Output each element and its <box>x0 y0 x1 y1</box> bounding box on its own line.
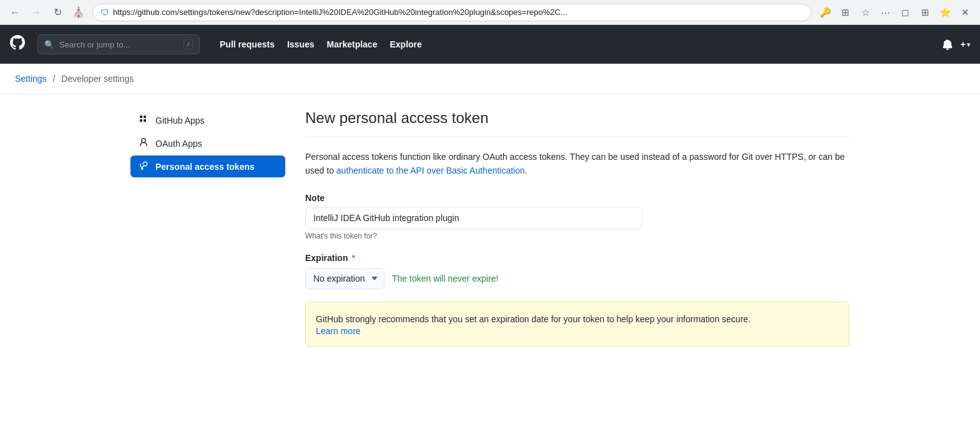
favorites-button[interactable]: ⭐ <box>936 4 954 21</box>
nav-pull-requests[interactable]: Pull requests <box>215 36 280 53</box>
note-sublabel: What's this token for? <box>305 232 850 240</box>
expiration-row: No expiration 30 days 60 days 90 days Cu… <box>305 268 850 289</box>
api-auth-link[interactable]: authenticate to the API over Basic Authe… <box>336 165 525 175</box>
warning-text-content: GitHub strongly recommends that you set … <box>316 314 750 324</box>
github-apps-icon <box>138 114 149 126</box>
security-icon: 🛡 <box>100 7 109 17</box>
github-navbar: 🔍 Search or jump to... / Pull requests I… <box>0 25 980 64</box>
sidebar: GitHub Apps OAuth Apps Personal access t… <box>130 109 305 347</box>
search-kbd: / <box>184 39 193 49</box>
breadcrumb-separator: / <box>52 74 55 84</box>
translate-icon-button[interactable]: ⊞ <box>836 4 854 21</box>
key-icon-button[interactable]: 🔑 <box>816 4 834 21</box>
navbar-right: + ▾ <box>942 39 970 50</box>
forward-button[interactable]: → <box>27 4 45 21</box>
sidebar-item-github-apps[interactable]: GitHub Apps <box>130 109 285 131</box>
note-form-group: Note What's this token for? <box>305 193 850 240</box>
apps-button[interactable]: ⊞ <box>916 4 934 21</box>
main-content: New personal access token Personal acces… <box>305 109 850 347</box>
tab-preview-button[interactable]: ◻ <box>896 4 914 21</box>
sidebar-github-apps-label: GitHub Apps <box>155 116 205 126</box>
expiration-label: Expiration <box>305 253 348 263</box>
nav-marketplace[interactable]: Marketplace <box>322 36 383 53</box>
required-indicator: * <box>351 253 355 263</box>
more-actions-button[interactable]: ⋯ <box>876 4 894 21</box>
page-title: New personal access token <box>305 109 850 127</box>
nav-links: Pull requests Issues Marketplace Explore <box>215 36 427 53</box>
home-button[interactable]: ⛪ <box>70 4 87 21</box>
browser-nav-buttons: ← → ↻ ⛪ <box>6 4 87 21</box>
expiration-note: The token will never expire! <box>392 274 498 284</box>
browser-chrome: ← → ↻ ⛪ 🛡 https://github.com/settings/to… <box>0 0 980 25</box>
sidebar-item-personal-access-tokens[interactable]: Personal access tokens <box>130 155 285 177</box>
plus-chevron-icon: ▾ <box>967 41 970 48</box>
breadcrumb: Settings / Developer settings <box>0 64 980 94</box>
bookmark-icon-button[interactable]: ☆ <box>856 4 874 21</box>
title-divider <box>305 137 850 137</box>
close-button[interactable]: ✕ <box>956 4 974 21</box>
description-paragraph: Personal access tokens function like ord… <box>305 150 850 178</box>
notification-bell-icon[interactable] <box>942 39 953 50</box>
personal-access-tokens-icon <box>138 160 149 172</box>
note-input[interactable] <box>305 207 642 229</box>
description-text-after-link: . <box>525 165 527 175</box>
note-label: Note <box>305 193 850 203</box>
search-placeholder: Search or jump to... <box>59 40 130 49</box>
expiration-label-row: Expiration * <box>305 253 850 263</box>
new-item-button[interactable]: + ▾ <box>961 39 970 49</box>
plus-label: + <box>961 39 966 49</box>
sidebar-oauth-apps-label: OAuth Apps <box>155 139 202 149</box>
breadcrumb-settings-link[interactable]: Settings <box>15 74 47 84</box>
nav-issues[interactable]: Issues <box>282 36 320 53</box>
search-bar[interactable]: 🔍 Search or jump to... / <box>37 34 200 54</box>
search-icon: 🔍 <box>44 40 54 49</box>
expiration-select[interactable]: No expiration 30 days 60 days 90 days Cu… <box>305 268 385 289</box>
oauth-apps-icon <box>138 137 149 149</box>
sidebar-personal-tokens-label: Personal access tokens <box>155 162 255 172</box>
warning-text: GitHub strongly recommends that you set … <box>316 312 839 326</box>
address-bar[interactable]: 🛡 https://github.com/settings/tokens/new… <box>92 4 811 21</box>
sidebar-item-oauth-apps[interactable]: OAuth Apps <box>130 132 285 154</box>
expiration-form-group: Expiration * No expiration 30 days 60 da… <box>305 253 850 289</box>
url-text: https://github.com/settings/tokens/new?d… <box>113 7 803 17</box>
learn-more-link[interactable]: Learn more <box>316 326 361 336</box>
reload-button[interactable]: ↻ <box>49 4 66 21</box>
warning-box: GitHub strongly recommends that you set … <box>305 302 850 347</box>
github-logo[interactable] <box>10 34 25 54</box>
browser-actions: 🔑 ⊞ ☆ ⋯ ◻ ⊞ ⭐ ✕ <box>816 4 974 21</box>
nav-explore[interactable]: Explore <box>385 36 426 53</box>
page-layout: GitHub Apps OAuth Apps Personal access t… <box>115 94 865 362</box>
back-button[interactable]: ← <box>6 4 24 21</box>
breadcrumb-current-page: Developer settings <box>61 74 134 84</box>
